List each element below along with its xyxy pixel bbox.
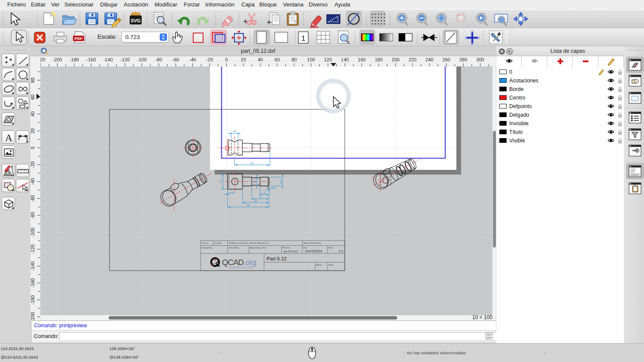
svg-text:Checked by: Checked by: [228, 247, 239, 249]
svg-text:11: 11: [263, 191, 266, 194]
svg-text:-40: -40: [189, 57, 196, 62]
svg-text:40: 40: [30, 112, 35, 117]
svg-text:-120: -120: [120, 57, 130, 62]
svg-text:80: 80: [292, 57, 297, 62]
svg-text:80: 80: [30, 78, 35, 83]
svg-text:Sheet: Sheet: [328, 264, 334, 266]
svg-text:command: command: [631, 174, 638, 176]
svg-text:1x45°: 1x45°: [270, 187, 277, 190]
svg-text:-140: -140: [103, 57, 113, 62]
svg-text:Date: Date: [303, 247, 307, 249]
svg-text:Approved by - date: Approved by - date: [250, 247, 267, 249]
svg-text:-120: -120: [30, 244, 35, 254]
svg-text:-200: -200: [52, 57, 62, 62]
svg-text:-160: -160: [30, 278, 35, 288]
svg-text:Part 5.12: Part 5.12: [267, 256, 287, 261]
svg-text:1x45°: 1x45°: [228, 191, 236, 194]
svg-text:-160: -160: [86, 57, 96, 62]
svg-text:PDF: PDF: [75, 36, 83, 41]
svg-text:140: 140: [341, 57, 349, 62]
svg-text:260: 260: [443, 57, 450, 62]
svg-text:220: 220: [409, 57, 416, 62]
svg-text:20: 20: [241, 57, 246, 62]
svg-text:300: 300: [476, 57, 484, 62]
svg-text:-200: -200: [30, 312, 35, 321]
svg-text:Quantity: Quantity: [215, 242, 222, 244]
svg-text:Filename: Filename: [283, 247, 291, 249]
svg-text:61: 61: [251, 162, 254, 165]
svg-text:-180: -180: [70, 57, 79, 62]
svg-text:-20: -20: [30, 161, 35, 168]
svg-text:01/01/2024: 01/01/2024: [305, 249, 322, 253]
svg-text:-100: -100: [137, 57, 146, 62]
svg-text:part_05.12.dxf: part_05.12.dxf: [283, 250, 298, 253]
svg-text:100: 100: [307, 57, 315, 62]
svg-text:Designed by: Designed by: [202, 247, 213, 249]
svg-text:40: 40: [258, 57, 263, 62]
svg-text:A: A: [5, 132, 13, 143]
svg-text:Open Source CAD: Open Source CAD: [229, 266, 253, 269]
svg-text:-60: -60: [172, 57, 179, 62]
svg-text:240: 240: [425, 57, 433, 62]
svg-text:ø8: ø8: [233, 130, 237, 133]
svg-text:21: 21: [259, 196, 262, 199]
svg-text:280: 280: [459, 57, 467, 62]
svg-text:160: 160: [358, 57, 366, 62]
svg-text:-220: -220: [40, 57, 45, 62]
svg-text:Item ref: Item ref: [202, 242, 209, 244]
svg-text:-180: -180: [30, 295, 35, 305]
svg-text:-40: -40: [30, 178, 35, 185]
svg-text:ø10: ø10: [279, 179, 282, 184]
svg-text:180: 180: [375, 57, 383, 62]
svg-text:10: 10: [220, 180, 223, 183]
svg-text:Article No./Reference: Article No./Reference: [304, 242, 322, 244]
svg-text:50: 50: [247, 204, 250, 207]
svg-text:60: 60: [30, 94, 35, 100]
svg-text:-140: -140: [30, 261, 35, 271]
svg-text:60: 60: [275, 57, 280, 62]
svg-text:Edition: Edition: [316, 264, 322, 266]
svg-text:-20: -20: [206, 57, 213, 62]
svg-text:20: 20: [30, 128, 35, 133]
svg-text:1:1: 1:1: [339, 249, 343, 253]
svg-text:-80: -80: [155, 57, 162, 62]
svg-text:ø9: ø9: [253, 180, 256, 183]
svg-text:32: 32: [254, 199, 258, 202]
svg-text:0: 0: [30, 147, 35, 149]
svg-text:0: 0: [225, 57, 228, 62]
svg-text:1: 1: [301, 34, 305, 42]
svg-text:-60: -60: [30, 195, 35, 202]
svg-text:Scale: Scale: [328, 247, 334, 249]
svg-text:200: 200: [392, 57, 399, 62]
svg-text:-100: -100: [30, 228, 35, 237]
svg-text:Title/Name, destination, mater: Title/Name, destination, material, dimen…: [229, 242, 269, 244]
svg-text:QCAD.org: QCAD.org: [222, 258, 256, 267]
svg-text:SVG: SVG: [131, 18, 140, 23]
svg-text:-80: -80: [30, 212, 35, 219]
svg-text:120: 120: [324, 57, 332, 62]
